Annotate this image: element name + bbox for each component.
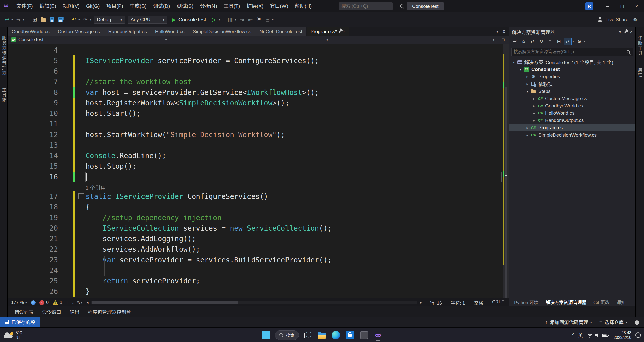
tree-item[interactable]: ▸依赖项 <box>509 80 635 88</box>
code-text[interactable]: var host = serviceProvider.GetService<IW… <box>85 87 502 98</box>
line-number[interactable]: 12 <box>8 131 58 139</box>
tree-item[interactable]: ▸C#HelloWorld.cs <box>509 109 635 117</box>
feedback-icon[interactable]: ☺ <box>631 15 639 24</box>
tree-arrow-icon[interactable]: ▸ <box>524 133 530 137</box>
tree-item[interactable]: ▸C#RandomOutput.cs <box>509 117 635 124</box>
menubar-item[interactable]: 分析(N) <box>197 0 220 12</box>
menubar-item[interactable]: 测试(S) <box>173 0 197 12</box>
code-text[interactable]: IServiceProvider serviceProvider = Confi… <box>85 55 502 66</box>
code-text[interactable]: //setup dependency injection <box>85 212 502 223</box>
tree-arrow-icon[interactable]: ▾ <box>524 89 530 93</box>
menubar-item[interactable]: 调试(D) <box>150 0 173 12</box>
toolbar-overflow-chevron-icon[interactable]: ▾ <box>271 18 274 21</box>
notifications-bell-icon[interactable] <box>635 320 639 324</box>
tree-item[interactable]: ▾Steps <box>509 88 635 95</box>
solution-platforms-dropdown[interactable]: Any CPU ▾ <box>128 16 167 24</box>
code-text[interactable]: static IServiceProvider ConfigureService… <box>85 191 502 202</box>
solution-search-input[interactable] <box>512 49 626 54</box>
close-icon[interactable]: × <box>343 29 345 34</box>
code-text[interactable]: IServiceCollection services = new Servic… <box>85 223 502 233</box>
menubar-item[interactable]: 项目(P) <box>103 0 126 12</box>
pinned-app-button[interactable] <box>359 330 369 340</box>
se-bottom-tab[interactable]: Python 环境 <box>511 297 542 306</box>
code-text[interactable]: services.AddWorkflow(); <box>85 244 502 254</box>
microsoft-store-button[interactable] <box>345 330 355 340</box>
tray-overflow-chevron-icon[interactable]: ^ <box>572 332 574 338</box>
close-button[interactable]: × <box>629 0 644 12</box>
tree-item[interactable]: ▸C#Program.cs <box>509 124 635 131</box>
minimize-button[interactable]: – <box>600 0 615 12</box>
panel-tab[interactable]: 输出 <box>66 307 83 316</box>
code-text[interactable]: host.Stop(); <box>85 161 502 172</box>
start-button[interactable] <box>261 330 271 340</box>
cursor-line-indicator[interactable]: 行: 16 <box>425 299 446 306</box>
cursor-column-indicator[interactable]: 字符: 1 <box>446 299 470 306</box>
run-options-chevron-icon[interactable]: ▾ <box>218 18 221 21</box>
line-number[interactable]: 19 <box>8 213 58 222</box>
document-tab[interactable]: HelloWorld.cs <box>151 27 189 36</box>
next-issue-icon[interactable]: ↓ <box>70 298 76 307</box>
panel-position-chevron-icon[interactable]: ▾ <box>619 30 621 34</box>
maximize-button[interactable]: □ <box>615 0 629 12</box>
tool-window-tab[interactable]: 诊断工具 <box>637 33 643 59</box>
undo-dropdown-icon[interactable]: ▾ <box>78 18 81 21</box>
navigate-back-dropdown-icon[interactable]: ▾ <box>11 18 14 21</box>
editor-columns-icon[interactable]: ▥ <box>227 15 234 24</box>
se-show-all-files-icon[interactable]: ≡ <box>546 38 554 45</box>
split-window-icon[interactable]: ⊟ <box>497 37 509 42</box>
se-switch-views-icon[interactable]: ⇄ <box>528 38 536 45</box>
start-debugging-button[interactable]: ▶ ConsoleTest <box>169 15 209 24</box>
code-text[interactable]: } <box>85 286 502 297</box>
menubar-item[interactable]: 编辑(E) <box>36 0 60 12</box>
menubar-item[interactable]: 帮助(H) <box>291 0 315 12</box>
breadcrumb-project-dropdown[interactable]: C# ConsoleTest ▾ <box>8 36 170 44</box>
account-avatar[interactable]: R <box>585 2 593 10</box>
se-toolbar-chevron-icon[interactable]: ▾ <box>583 40 586 43</box>
undo-icon[interactable]: ↶ <box>70 15 78 24</box>
file-explorer-button[interactable] <box>316 330 327 340</box>
line-number[interactable]: 4 <box>8 46 58 54</box>
tree-arrow-icon[interactable]: ▾ <box>511 60 517 64</box>
taskbar-search[interactable]: 搜索 <box>275 330 299 340</box>
new-file-icon[interactable]: ⊞ <box>31 15 39 24</box>
indentation-indicator[interactable]: 空格 <box>470 299 488 306</box>
codelens-references[interactable]: 1 个引用 <box>8 182 509 191</box>
warning-count[interactable]: 1 <box>51 300 64 305</box>
code-text[interactable] <box>85 66 502 76</box>
code-text[interactable]: services.AddLogging(); <box>85 233 502 244</box>
collapse-icon[interactable]: − <box>78 193 84 199</box>
line-number[interactable]: 23 <box>8 256 58 264</box>
horizontal-scrollbar[interactable]: ◂ ▸ <box>85 298 424 306</box>
line-number[interactable]: 26 <box>8 287 58 296</box>
weather-widget[interactable]: 5°C 阴 <box>4 330 22 340</box>
add-to-source-control-button[interactable]: ↑ 添加到源代码管理 ▴ <box>545 319 592 325</box>
se-sync-with-active-document-icon[interactable]: ⇄ <box>564 38 572 45</box>
code-text[interactable]: host.Start(); <box>85 108 502 119</box>
solution-explorer-header[interactable]: 解决方案资源管理器 ▾ × <box>509 27 635 37</box>
columns-chevron-icon[interactable]: ▾ <box>234 18 237 21</box>
document-tab[interactable]: Program.cs*× <box>307 27 349 36</box>
panel-tab[interactable]: 程序包管理器控制台 <box>84 307 135 316</box>
code-text[interactable] <box>85 119 502 129</box>
previous-issue-icon[interactable]: ↑ <box>64 298 70 307</box>
document-tab[interactable]: NuGet: ConsoleTest <box>255 27 306 36</box>
line-number[interactable]: 13 <box>8 141 58 149</box>
zoom-control[interactable]: 177 % ▾ <box>9 300 30 305</box>
vertical-scrollbar[interactable] <box>503 44 509 298</box>
save-icon[interactable] <box>48 15 56 24</box>
code-cleanup-chevron-icon[interactable]: ▾ <box>80 301 83 304</box>
code-text[interactable] <box>85 45 502 55</box>
menubar-item[interactable]: 文件(F) <box>13 0 36 12</box>
edge-button[interactable] <box>331 330 341 340</box>
line-number[interactable]: 18 <box>8 203 58 211</box>
tree-arrow-icon[interactable]: ▸ <box>524 126 530 130</box>
clock[interactable]: 23:43 2023/2/10 <box>614 330 631 340</box>
panel-tab[interactable]: 错误列表 <box>11 307 37 316</box>
tab-options-icon[interactable]: ⚙ <box>502 29 506 34</box>
code-text[interactable] <box>85 265 502 276</box>
line-number[interactable]: 16 <box>8 173 58 181</box>
fold-margin[interactable]: − <box>78 193 85 199</box>
document-tab[interactable]: SimpleDecisionWorkflow.cs <box>189 27 255 36</box>
collapse-regions-icon[interactable]: ⊟ <box>264 15 271 24</box>
task-view-button[interactable] <box>302 330 313 340</box>
